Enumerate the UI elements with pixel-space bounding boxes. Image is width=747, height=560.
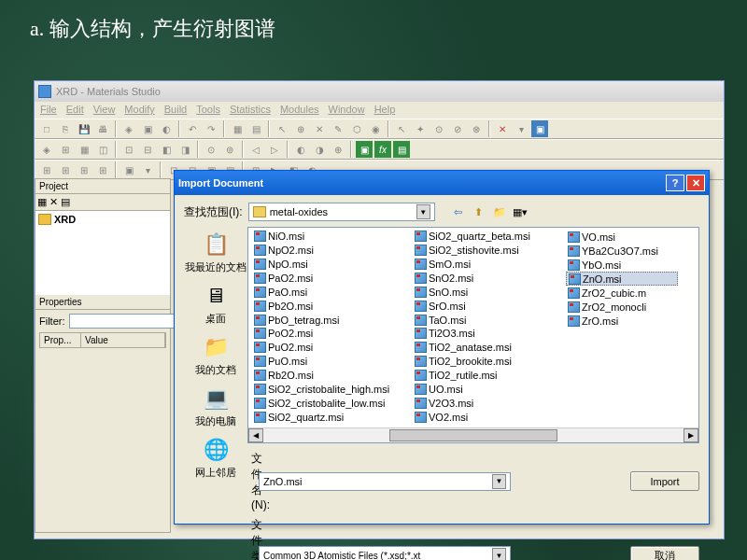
menu-view[interactable]: View — [93, 104, 116, 117]
tool-icon[interactable]: ▾ — [513, 120, 529, 137]
cancel-button[interactable]: 取消 — [630, 546, 699, 561]
file-item[interactable]: Pb2O.msi — [252, 299, 413, 313]
tool-icon[interactable]: ▤ — [393, 141, 410, 158]
tool-icon[interactable]: ✕ — [311, 120, 328, 137]
save-icon[interactable]: 💾 — [76, 120, 92, 137]
menu-help[interactable]: Help — [374, 104, 396, 117]
tool-icon[interactable]: ◑ — [311, 141, 328, 158]
tool-icon[interactable]: ◈ — [38, 141, 55, 158]
filter-input[interactable] — [69, 314, 190, 329]
dropdown-icon[interactable]: ▼ — [492, 474, 506, 489]
new-icon[interactable]: □ — [38, 120, 55, 137]
tool-icon[interactable]: fx — [374, 141, 391, 158]
scroll-left-icon[interactable]: ◀ — [248, 428, 263, 442]
tool-icon[interactable]: ↖ — [393, 120, 410, 137]
project-tree[interactable]: XRD — [35, 211, 170, 295]
menu-modify[interactable]: Modify — [124, 104, 154, 117]
menu-edit[interactable]: Edit — [66, 104, 84, 117]
place-recent[interactable]: 📋我最近的文档 — [185, 231, 247, 274]
tool-icon[interactable]: ⊞ — [94, 161, 111, 178]
tool-icon[interactable]: ⊞ — [57, 161, 74, 178]
tool-icon[interactable]: ▣ — [139, 120, 156, 137]
tool-icon[interactable]: ◫ — [94, 141, 111, 158]
file-item[interactable]: SnO2.msi — [413, 272, 566, 286]
tool-icon[interactable]: ✦ — [412, 120, 429, 137]
tool-icon[interactable]: ▤ — [247, 120, 264, 137]
tool-icon[interactable]: ⊞ — [76, 161, 92, 178]
file-item[interactable]: NpO2.msi — [252, 244, 413, 258]
file-item[interactable]: ZrO2_cubic.m — [566, 286, 678, 300]
file-item[interactable]: TaO.msi — [413, 313, 566, 327]
file-item[interactable]: SnO.msi — [413, 285, 566, 299]
file-item[interactable]: TiO2_anatase.msi — [413, 341, 566, 355]
redo-icon[interactable]: ↷ — [203, 120, 219, 137]
file-item[interactable]: VO.msi — [566, 230, 678, 244]
print-icon[interactable]: 🖶 — [94, 120, 111, 137]
menu-window[interactable]: Window — [329, 104, 365, 117]
help-icon[interactable]: ? — [666, 175, 684, 191]
tool-icon[interactable]: ▦ — [76, 141, 92, 158]
tool-icon[interactable]: ⊕ — [330, 141, 346, 158]
horizontal-scrollbar[interactable]: ◀ ▶ — [248, 427, 698, 442]
tool-icon[interactable]: ◧ — [158, 141, 175, 158]
file-item[interactable]: UO.msi — [413, 382, 566, 396]
file-item[interactable]: SmO.msi — [413, 258, 566, 272]
tool-icon[interactable]: ⊙ — [430, 120, 447, 137]
tool-icon[interactable]: ⊚ — [221, 141, 238, 158]
file-item[interactable]: V2O3.msi — [413, 396, 566, 410]
filetype-select[interactable]: Common 3D Atomistic Files (*.xsd;*.xt ▼ — [259, 546, 511, 560]
col-prop[interactable]: Prop... — [40, 333, 81, 347]
tool-icon[interactable]: ⊞ — [57, 141, 74, 158]
file-item[interactable]: Ti2O3.msi — [413, 327, 566, 341]
dropdown-icon[interactable]: ▼ — [492, 548, 506, 560]
view-icon[interactable]: ▦▾ — [512, 203, 529, 220]
file-item[interactable]: ZnO.msi — [566, 272, 678, 286]
filename-input[interactable]: ZnO.msi ▼ — [259, 472, 511, 491]
new-folder-icon[interactable]: 📁 — [491, 203, 508, 220]
file-item[interactable]: TiO2_brookite.msi — [413, 355, 566, 369]
tool-icon[interactable]: ▣ — [356, 141, 373, 158]
undo-icon[interactable]: ↶ — [184, 120, 201, 137]
tool-icon[interactable]: ▣ — [531, 120, 548, 137]
dialog-titlebar[interactable]: Import Document ? ✕ — [175, 171, 709, 195]
look-in-select[interactable]: metal-oxides ▼ — [248, 203, 435, 221]
col-value[interactable]: Value — [81, 333, 165, 347]
tool-icon[interactable]: ▦ — [37, 196, 47, 207]
dropdown-icon[interactable]: ▼ — [416, 204, 430, 219]
tool-icon[interactable]: ◐ — [158, 120, 175, 137]
place-documents[interactable]: 📁我的文档 — [195, 333, 236, 377]
file-item[interactable]: SiO2_quartz.msi — [252, 410, 413, 424]
file-item[interactable]: PaO2.msi — [252, 272, 413, 286]
tool-icon[interactable]: ◐ — [292, 141, 309, 158]
tool-icon[interactable]: ⊘ — [449, 120, 466, 137]
file-item[interactable]: SiO2_quartz_beta.msi — [413, 230, 566, 244]
file-item[interactable]: SiO2_stishovite.msi — [413, 244, 566, 258]
tool-icon[interactable]: ✎ — [330, 120, 346, 137]
file-item[interactable]: NiO.msi — [252, 230, 413, 244]
scroll-thumb[interactable] — [389, 429, 557, 441]
tool-icon[interactable]: ▤ — [61, 196, 70, 207]
file-item[interactable]: PuO2.msi — [252, 341, 413, 355]
project-root[interactable]: XRD — [37, 213, 168, 226]
file-item[interactable]: PbO_tetrag.msi — [252, 313, 413, 327]
tool-icon[interactable]: ⊗ — [468, 120, 485, 137]
file-item[interactable]: PuO.msi — [252, 355, 413, 369]
tool-icon[interactable]: ⊡ — [120, 141, 137, 158]
place-desktop[interactable]: 🖥桌面 — [201, 282, 231, 326]
open-icon[interactable]: ⎘ — [57, 120, 74, 137]
back-icon[interactable]: ⇦ — [450, 203, 467, 220]
tool-icon[interactable]: ▾ — [139, 161, 156, 178]
tool-icon[interactable]: ✕ — [49, 196, 58, 207]
tool-icon[interactable]: ▦ — [229, 120, 246, 137]
tool-icon[interactable]: ⊕ — [292, 120, 309, 137]
file-item[interactable]: SiO2_cristobalite_low.msi — [252, 396, 413, 410]
file-item[interactable]: TiO2_rutile.msi — [413, 369, 566, 383]
menu-build[interactable]: Build — [164, 104, 187, 117]
import-button[interactable]: Import — [630, 471, 699, 491]
close-icon[interactable]: ✕ — [686, 175, 705, 191]
tool-icon[interactable]: ⬡ — [348, 120, 365, 137]
file-item[interactable]: ZrO2_monocli — [566, 300, 678, 314]
tool-icon[interactable]: ▷ — [266, 141, 283, 158]
tool-icon[interactable]: ⊟ — [139, 141, 156, 158]
tool-icon[interactable]: ⊙ — [203, 141, 219, 158]
